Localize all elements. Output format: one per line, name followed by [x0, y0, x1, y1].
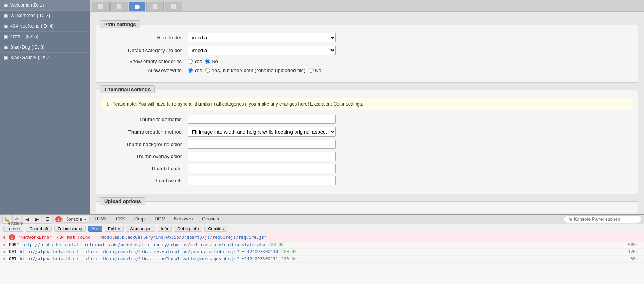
filter-dauerhaft[interactable]: Dauerhaft: [26, 226, 51, 232]
tab-tab1[interactable]: ⬜: [92, 2, 110, 11]
log-url-get1[interactable]: http://alpha-beta.blatt-informatik.de/mo…: [20, 249, 278, 254]
default-category-select[interactable]: /media: [188, 46, 336, 55]
show-empty-row: Show empty categories Yes No: [102, 58, 632, 64]
log-expand-1[interactable]: ⊕: [3, 235, 6, 240]
show-empty-no-label[interactable]: No: [205, 58, 218, 64]
allow-overwrite-row: Allow overwrite Yes Yes, but keep both (…: [102, 67, 632, 73]
log-error-url[interactable]: 'modules/blackGallery/inc/wblib/3rdparty…: [99, 235, 266, 240]
devtools-tab-netzwerk[interactable]: Netzwerk: [170, 215, 197, 224]
sidebar-item-blackdog[interactable]: ▣BlackDog (ID: 8): [0, 42, 90, 53]
page-icon: ▣: [4, 34, 8, 39]
root-folder-row: Root folder /media: [102, 33, 632, 42]
overwrite-no-label[interactable]: No: [309, 67, 321, 73]
thumb-overlay-color-control: #000000: [188, 152, 336, 161]
root-folder-control: /media: [188, 33, 336, 42]
page-icon: ▣: [4, 13, 8, 18]
log-url-post1[interactable]: http://alpha-beta.blatt-informatik.de/mo…: [22, 242, 265, 247]
devtools-search-box: [564, 215, 642, 223]
filter-fehler[interactable]: Fehler: [105, 226, 124, 232]
devtools-tab-cookies[interactable]: Cookies: [198, 215, 223, 224]
show-empty-radio-group: Yes No: [188, 58, 336, 64]
allow-overwrite-control: Yes Yes, but keep both (rename uploaded …: [188, 67, 336, 73]
log-error-msg: "NetworkError: 404 Not Found –: [18, 235, 96, 240]
thumb-width-label: Thumb width: [102, 178, 188, 183]
show-empty-yes-label[interactable]: Yes: [188, 58, 202, 64]
filter-debug-info[interactable]: Debug-Info: [174, 226, 202, 232]
log-method-post1: POST: [9, 242, 20, 247]
thumb-creation-select[interactable]: Fit image into width and height while ke…: [188, 127, 336, 137]
upload-options-section: Upload options: [96, 201, 638, 213]
thumb-width-control: 80: [188, 176, 336, 185]
filter-leeren[interactable]: Leeren: [3, 226, 23, 232]
devtools-icon-forward[interactable]: ▶: [33, 215, 41, 224]
overwrite-no-radio[interactable]: [309, 68, 314, 73]
thumb-creation-control: Fit image into width and height while ke…: [188, 127, 336, 137]
devtools-icon-back[interactable]: ◀: [23, 215, 31, 224]
devtools-search-input[interactable]: [564, 215, 642, 223]
log-entry-get2: ⊕ GET http://alpha-beta.blatt-informatik…: [0, 256, 644, 263]
log-entry-error: ⊕ 2 "NetworkError: 404 Not Found – 'modu…: [0, 233, 644, 242]
thumb-foldername-label: Thumb foldername: [102, 116, 188, 122]
filter-zeitmessung[interactable]: Zeitmessung: [54, 226, 86, 232]
default-category-control: /media: [188, 46, 336, 55]
filter-info[interactable]: Info: [158, 226, 172, 232]
sidebar-item-label: Welcome (ID: 1): [10, 2, 44, 8]
overwrite-yes-label[interactable]: Yes: [188, 67, 202, 73]
thumb-width-row: Thumb width 80: [102, 176, 632, 185]
log-url-get2[interactable]: http://alpha-beta.blatt-informatik.de/mo…: [20, 256, 278, 261]
sidebar-item-label: Willkommen (ID: 2): [10, 13, 50, 18]
filter-alle[interactable]: Alle: [88, 226, 102, 232]
filter-warnungen[interactable]: Warnungen: [126, 226, 155, 232]
page-icon: ▣: [4, 45, 8, 50]
devtools-tab-html[interactable]: HTML: [90, 215, 111, 224]
show-empty-yes-radio[interactable]: [188, 59, 193, 64]
overwrite-yes-radio[interactable]: [188, 68, 193, 73]
info-icon: ℹ: [107, 101, 109, 107]
thumb-overlay-color-input[interactable]: #000000: [188, 152, 336, 161]
sidebar-item-welcome[interactable]: ▣Welcome (ID: 1): [0, 0, 90, 11]
devtools-icon-list[interactable]: ☰: [43, 215, 51, 224]
tab-tab5[interactable]: ⬜: [165, 2, 182, 11]
log-method-get1: GET: [9, 249, 17, 254]
root-folder-label: Root folder: [102, 35, 188, 41]
tab-tab4[interactable]: ⬜: [146, 2, 164, 11]
allow-overwrite-label: Allow overwrite: [102, 67, 188, 73]
thumb-foldername-input[interactable]: .thumbs: [188, 115, 336, 124]
sidebar-item-willkommen[interactable]: ▣Willkommen (ID: 2): [0, 11, 90, 21]
overwrite-yes-text: Yes: [194, 67, 202, 73]
sidebar-item-blackgallery[interactable]: ▣BlackGallery (ID: 7): [0, 53, 90, 63]
thumb-width-input[interactable]: 80: [188, 176, 336, 185]
root-folder-select[interactable]: /media: [188, 33, 336, 42]
log-expand-4[interactable]: ⊕: [3, 256, 6, 261]
log-expand-3[interactable]: ⊕: [3, 249, 6, 254]
sidebar-item-label: blatt01 (ID: 5): [10, 34, 39, 39]
log-expand-2[interactable]: ⊕: [3, 242, 6, 247]
sidebar-item-blatt01[interactable]: ▣blatt01 (ID: 5): [0, 32, 90, 42]
thumb-bg-color-input[interactable]: #93bad8: [188, 140, 336, 149]
show-empty-yes-text: Yes: [194, 58, 202, 64]
devtools-tab-dom[interactable]: DOM: [151, 215, 169, 224]
log-method-get2: GET: [9, 256, 17, 261]
path-settings-section: Path settings Root folder /media Default…: [96, 25, 638, 83]
sidebar-item-not-found[interactable]: ▣404 Not found (ID: 4): [0, 21, 90, 32]
devtools-tab-css[interactable]: CSS: [112, 215, 130, 224]
sidebar: ▣Welcome (ID: 1)▣Willkommen (ID: 2)▣404 …: [0, 0, 90, 214]
allow-overwrite-radio-group: Yes Yes, but keep both (rename uploaded …: [188, 67, 336, 73]
thumb-height-input[interactable]: 80: [188, 164, 336, 173]
thumbnail-info-text: Please note: You will have to re-sync al…: [111, 101, 363, 107]
filter-cookies[interactable]: Cookies: [204, 226, 227, 232]
thumb-foldername-row: Thumb foldername .thumbs: [102, 115, 632, 124]
konsole-dropdown-icon: ▼: [83, 217, 87, 222]
show-empty-no-radio[interactable]: [205, 59, 210, 64]
overwrite-yes-keep-radio[interactable]: [205, 68, 210, 73]
devtools-log: ⊕ 2 "NetworkError: 404 Not Found – 'modu…: [0, 233, 644, 284]
log-status-get2: 200 OK: [281, 256, 297, 261]
devtools-tab-skript[interactable]: Skript: [130, 215, 150, 224]
tab-tab2[interactable]: ⬜: [110, 2, 128, 11]
tab-tab3[interactable]: ⬤: [129, 2, 145, 11]
overwrite-yes-keep-label[interactable]: Yes, but keep both (rename uploaded file…: [205, 67, 305, 73]
log-entry-post1: ⊕ POST http://alpha-beta.blatt-informati…: [0, 242, 644, 249]
log-status-get1: 200 OK: [281, 249, 297, 254]
main-area: ▣Welcome (ID: 1)▣Willkommen (ID: 2)▣404 …: [0, 0, 644, 214]
konsole-tab[interactable]: Konsole ▼: [62, 216, 90, 223]
